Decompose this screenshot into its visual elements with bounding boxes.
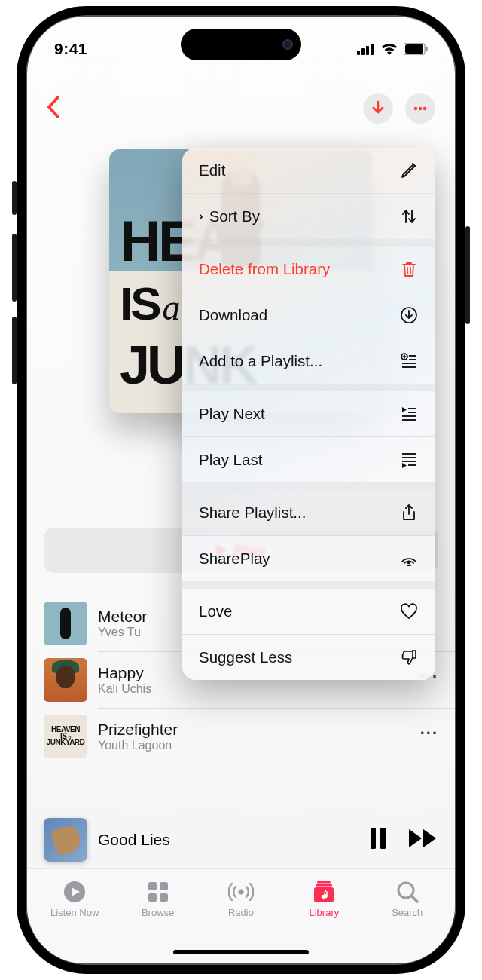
svg-point-8	[419, 107, 422, 110]
svg-rect-15	[148, 893, 157, 902]
app-screen: 9:41	[27, 17, 455, 963]
share-icon	[399, 503, 419, 522]
menu-download[interactable]: Download	[182, 292, 435, 338]
svg-rect-14	[160, 882, 168, 890]
tab-search[interactable]: Search	[366, 880, 449, 918]
menu-suggest-less[interactable]: Suggest Less	[182, 635, 435, 680]
track-thumb: HEAVEN IS a JUNKYARD	[44, 715, 87, 758]
more-button[interactable]	[405, 93, 435, 124]
tab-bar: Listen Now Browse Radio Library Search	[27, 868, 455, 963]
sort-arrows-icon	[399, 207, 419, 226]
menu-delete-from-library[interactable]: Delete from Library	[182, 247, 435, 292]
chevron-right-icon: ›	[199, 209, 203, 224]
svg-rect-5	[405, 44, 423, 54]
svg-rect-11	[380, 828, 386, 849]
pencil-icon	[399, 161, 419, 180]
menu-sort-by[interactable]: ›Sort By	[182, 194, 435, 239]
tab-browse[interactable]: Browse	[116, 880, 199, 918]
svg-rect-0	[357, 51, 360, 55]
track-thumb	[44, 658, 87, 702]
tab-listen-now[interactable]: Listen Now	[33, 880, 116, 918]
menu-shareplay[interactable]: SharePlay	[182, 536, 435, 581]
play-last-icon	[399, 450, 419, 470]
svg-rect-3	[371, 44, 374, 55]
menu-edit[interactable]: Edit	[182, 148, 435, 193]
menu-play-last[interactable]: Play Last	[182, 437, 435, 482]
now-playing-bar[interactable]: Good Lies	[27, 810, 455, 868]
download-circle-icon	[399, 305, 419, 325]
track-row[interactable]: HEAVEN IS a JUNKYARD Prizefighter Youth …	[27, 709, 455, 764]
svg-rect-16	[160, 893, 168, 902]
svg-rect-6	[426, 47, 428, 51]
tab-library[interactable]: Library	[282, 880, 365, 918]
svg-point-7	[414, 107, 417, 110]
svg-point-9	[423, 107, 426, 110]
now-playing-thumb	[44, 818, 87, 862]
track-more-button[interactable]: ···	[420, 724, 438, 749]
wifi-icon	[381, 43, 398, 55]
status-time: 9:41	[54, 40, 87, 58]
home-indicator[interactable]	[173, 950, 309, 954]
now-playing-title: Good Lies	[98, 831, 358, 849]
shareplay-icon	[399, 549, 419, 568]
pause-button[interactable]	[369, 828, 387, 852]
add-to-list-icon	[399, 351, 419, 371]
thumbs-down-icon	[399, 648, 419, 667]
menu-play-next[interactable]: Play Next	[182, 391, 435, 436]
svg-rect-2	[366, 46, 369, 55]
nav-bar	[27, 90, 455, 127]
trash-icon	[399, 259, 419, 279]
play-next-icon	[399, 404, 419, 424]
svg-point-37	[407, 561, 411, 565]
cellular-icon	[357, 44, 375, 55]
svg-point-17	[238, 890, 243, 895]
svg-rect-1	[362, 48, 365, 55]
tab-radio[interactable]: Radio	[200, 880, 282, 918]
battery-icon	[404, 43, 428, 55]
svg-rect-13	[148, 882, 157, 890]
svg-rect-10	[371, 828, 376, 849]
menu-love[interactable]: Love	[182, 589, 435, 634]
track-artist: Kali Uchis	[98, 682, 410, 696]
svg-rect-18	[317, 881, 331, 884]
menu-share-playlist[interactable]: Share Playlist...	[182, 490, 435, 535]
svg-rect-20	[314, 887, 334, 902]
back-button[interactable]	[47, 96, 60, 122]
track-artist: Youth Lagoon	[98, 739, 410, 752]
menu-add-to-playlist[interactable]: Add to a Playlist...	[182, 338, 435, 384]
track-title: Prizefighter	[98, 721, 410, 739]
download-button[interactable]	[363, 93, 393, 124]
forward-button[interactable]	[408, 828, 438, 851]
svg-rect-19	[316, 884, 332, 887]
heart-icon	[399, 602, 419, 621]
svg-line-22	[412, 896, 417, 902]
track-thumb	[44, 602, 87, 645]
context-menu: Edit ›Sort By Delete from Library Downlo…	[182, 148, 435, 680]
dynamic-island	[181, 29, 301, 60]
